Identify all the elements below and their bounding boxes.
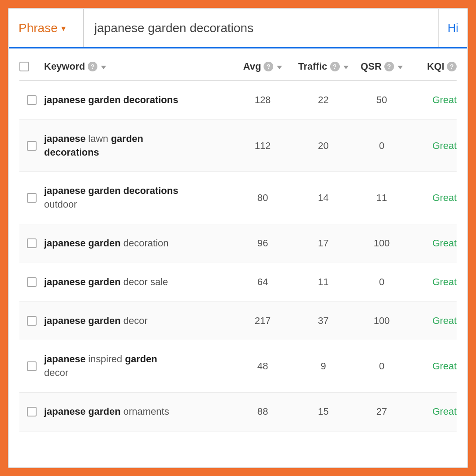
qsr-cell-7: 0 (355, 361, 408, 372)
traffic-sort-icon[interactable] (343, 66, 349, 69)
qsr-header-label: QSR (361, 61, 382, 72)
kqi-cell-5: Great (408, 276, 457, 288)
avg-cell-1: 128 (234, 94, 291, 106)
kqi-cell-2: Great (408, 140, 457, 152)
qsr-cell-3: 11 (355, 192, 408, 204)
kqi-cell-7: Great (408, 361, 457, 372)
kqi-cell-6: Great (408, 315, 457, 327)
avg-cell-6: 217 (234, 315, 291, 327)
main-container: Phrase ▾ Hi Keyword ? Avg (8, 8, 468, 468)
keyword-cell-4: japanese garden decoration (44, 237, 234, 250)
avg-cell-4: 96 (234, 238, 291, 249)
col-header-avg: Avg ? (234, 61, 291, 72)
row-checkbox-cell-8 (19, 407, 44, 416)
keyword-cell-3: japanese garden decorations outdoor (44, 184, 234, 212)
row-checkbox-8[interactable] (27, 407, 37, 416)
col-header-qsr: QSR ? (355, 61, 408, 72)
hi-button[interactable]: Hi (438, 9, 467, 47)
traffic-cell-1: 22 (291, 94, 355, 106)
row-checkbox-5[interactable] (27, 277, 37, 287)
avg-info-icon[interactable]: ? (264, 62, 273, 71)
qsr-info-icon[interactable]: ? (384, 62, 394, 71)
phrase-dropdown[interactable]: Phrase ▾ (9, 9, 84, 47)
keyword-cell-1: japanese garden decorations (44, 93, 234, 107)
traffic-cell-7: 9 (291, 361, 355, 372)
table-header: Keyword ? Avg ? Traffic ? (19, 48, 457, 81)
kqi-header-label: KQI (427, 61, 444, 72)
keyword-cell-5: japanese garden decor sale (44, 275, 234, 289)
table-row: japanese garden decor sale 64 11 0 Great (19, 263, 457, 302)
avg-header-label: Avg (243, 61, 261, 72)
qsr-cell-6: 100 (355, 315, 408, 327)
qsr-cell-1: 50 (355, 94, 408, 106)
qsr-cell-5: 0 (355, 276, 408, 288)
row-checkbox-6[interactable] (27, 316, 37, 326)
col-header-kqi: KQI ? (408, 61, 457, 72)
row-checkbox-cell-3 (19, 193, 44, 203)
search-input[interactable] (84, 9, 438, 47)
traffic-cell-5: 11 (291, 276, 355, 288)
keyword-info-icon[interactable]: ? (88, 62, 97, 71)
table-row: japanese garden decorations outdoor 80 1… (19, 172, 457, 224)
table-row: japanese garden decor 217 37 100 Great (19, 302, 457, 341)
avg-cell-3: 80 (234, 192, 291, 204)
search-bar: Phrase ▾ Hi (9, 9, 467, 48)
row-checkbox-cell-2 (19, 141, 44, 151)
col-header-traffic: Traffic ? (291, 61, 355, 72)
row-checkbox-cell-4 (19, 238, 44, 248)
row-checkbox-1[interactable] (27, 95, 37, 105)
table-row: japanese garden decorations 128 22 50 Gr… (19, 81, 457, 120)
qsr-cell-8: 27 (355, 406, 408, 417)
qsr-sort-icon[interactable] (398, 66, 403, 69)
kqi-cell-3: Great (408, 192, 457, 204)
kqi-cell-1: Great (408, 94, 457, 106)
table-row: japanese lawn garden decorations 112 20 … (19, 120, 457, 172)
avg-cell-5: 64 (234, 276, 291, 288)
row-checkbox-3[interactable] (27, 193, 37, 203)
phrase-label: Phrase (19, 21, 58, 35)
keyword-cell-7: japanese inspired garden decor (44, 353, 234, 380)
qsr-cell-2: 0 (355, 140, 408, 152)
row-checkbox-4[interactable] (27, 238, 37, 248)
row-checkbox-cell-6 (19, 316, 44, 326)
row-checkbox-cell-7 (19, 361, 44, 371)
kqi-cell-4: Great (408, 238, 457, 249)
keyword-cell-2: japanese lawn garden decorations (44, 132, 234, 160)
kqi-cell-8: Great (408, 406, 457, 417)
avg-sort-icon[interactable] (277, 66, 282, 69)
keyword-sort-icon[interactable] (101, 66, 106, 69)
table-row: japanese inspired garden decor 48 9 0 Gr… (19, 340, 457, 393)
keyword-cell-6: japanese garden decor (44, 314, 234, 328)
qsr-cell-4: 100 (355, 238, 408, 249)
select-all-checkbox-cell (19, 62, 44, 71)
avg-cell-2: 112 (234, 140, 291, 152)
kqi-info-icon[interactable]: ? (447, 62, 457, 71)
keyword-header-label: Keyword (44, 61, 85, 72)
select-all-checkbox[interactable] (19, 62, 29, 71)
row-checkbox-7[interactable] (27, 361, 37, 371)
table-row: japanese garden ornaments 88 15 27 Great (19, 393, 457, 431)
col-header-keyword: Keyword ? (44, 61, 234, 72)
row-checkbox-cell-5 (19, 277, 44, 287)
row-checkbox-2[interactable] (27, 141, 37, 151)
row-checkbox-cell-1 (19, 95, 44, 105)
traffic-cell-6: 37 (291, 315, 355, 327)
avg-cell-7: 48 (234, 361, 291, 372)
table-area: Keyword ? Avg ? Traffic ? (9, 48, 467, 467)
traffic-cell-4: 17 (291, 238, 355, 249)
traffic-cell-8: 15 (291, 406, 355, 417)
table-row: japanese garden decoration 96 17 100 Gre… (19, 224, 457, 263)
traffic-info-icon[interactable]: ? (330, 62, 340, 71)
traffic-cell-2: 20 (291, 140, 355, 152)
chevron-down-icon: ▾ (61, 23, 66, 33)
keyword-cell-8: japanese garden ornaments (44, 405, 234, 419)
traffic-cell-3: 14 (291, 192, 355, 204)
traffic-header-label: Traffic (298, 61, 327, 72)
hi-label: Hi (447, 21, 458, 35)
avg-cell-8: 88 (234, 406, 291, 417)
